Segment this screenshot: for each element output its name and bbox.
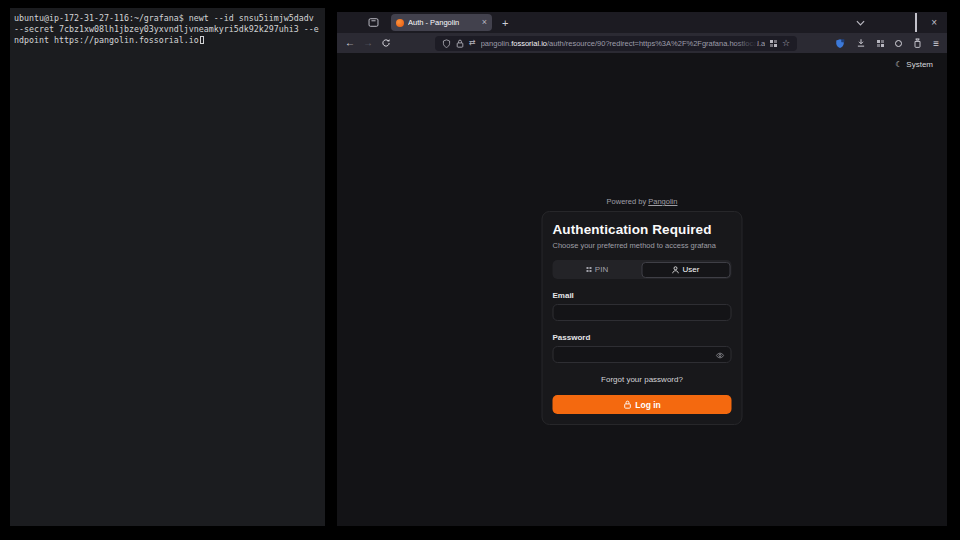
show-password-button[interactable] <box>716 351 725 360</box>
terminal-line: ndpoint https://pangolin.fossorial.io <box>14 35 321 46</box>
tab-title: Auth - Pangolin <box>408 18 478 27</box>
pangolin-favicon-icon <box>396 19 404 27</box>
chevron-down-icon <box>856 20 865 26</box>
lock-icon <box>456 39 464 48</box>
browser-tab-bar: Auth - Pangolin × + × <box>337 12 947 33</box>
email-label: Email <box>553 291 732 300</box>
password-manager-shield-icon <box>835 38 845 49</box>
email-input[interactable] <box>553 304 732 321</box>
extensions-grid-button[interactable] <box>877 40 884 47</box>
card-subtitle: Choose your preferred method to access g… <box>553 241 732 250</box>
tab-close-icon[interactable]: × <box>482 18 487 27</box>
containers-icon[interactable] <box>770 40 777 47</box>
terminal-line: ubuntu@ip-172-31-27-116:~/grafana$ newt … <box>14 13 321 24</box>
pin-keypad-icon <box>587 267 592 272</box>
url-text: pangolin.fossorial.io/auth/resource/90?r… <box>481 39 765 48</box>
terminal-cursor <box>200 36 204 44</box>
tab-pin[interactable]: PIN <box>554 262 641 278</box>
terminal-line: --secret 7cbz1xw08lh1jbzey03yxvndljvneam… <box>14 24 321 35</box>
login-lock-icon <box>623 400 631 409</box>
firefox-view-button[interactable] <box>363 15 383 30</box>
maximize-button[interactable] <box>915 14 917 32</box>
password-input[interactable] <box>553 346 732 363</box>
password-manager-extension-button[interactable] <box>835 38 845 49</box>
auth-card: Authentication Required Choose your pref… <box>542 211 743 425</box>
theme-label: System <box>906 60 933 69</box>
moon-icon: ☾ <box>895 60 902 69</box>
browser-tab-auth-pangolin[interactable]: Auth - Pangolin × <box>391 14 492 31</box>
forgot-password-link[interactable]: Forgot your password? <box>553 375 732 384</box>
tracking-protection-shield-icon <box>442 39 451 48</box>
forward-button[interactable]: → <box>363 38 373 48</box>
close-window-button[interactable]: × <box>931 18 937 28</box>
url-fade <box>735 36 757 51</box>
bookmark-star-icon[interactable]: ☆ <box>782 39 790 48</box>
jar-extension-icon <box>913 38 922 48</box>
download-icon <box>856 38 866 48</box>
back-button[interactable]: ← <box>345 38 355 48</box>
menu-button[interactable]: ≡ <box>933 38 939 49</box>
list-all-tabs-button[interactable] <box>856 20 865 26</box>
maximize-icon <box>915 13 917 32</box>
card-title: Authentication Required <box>553 222 732 237</box>
browser-toolbar: ← → ⇄ pangolin.fossorial.io/auth/resourc… <box>337 33 947 53</box>
window-controls: × <box>856 14 937 32</box>
terminal-window[interactable]: ubuntu@ip-172-31-27-116:~/grafana$ newt … <box>10 8 325 526</box>
reload-button[interactable] <box>381 38 391 48</box>
eye-icon <box>716 351 725 360</box>
login-button[interactable]: Log in <box>553 395 732 414</box>
jar-extension-button[interactable] <box>913 38 922 48</box>
circle-extension-button[interactable] <box>895 40 902 47</box>
tab-user[interactable]: User <box>641 262 730 278</box>
toolbar-extensions: ≡ <box>835 38 939 49</box>
auth-method-tabs: PIN User <box>553 260 732 279</box>
theme-selector[interactable]: ☾ System <box>895 60 933 69</box>
new-tab-button[interactable]: + <box>502 17 508 29</box>
pangolin-link[interactable]: Pangolin <box>648 197 677 206</box>
powered-by: Powered by Pangolin <box>337 197 947 206</box>
browser-window: Auth - Pangolin × + × ← → <box>337 12 947 526</box>
firefox-view-icon <box>368 17 379 28</box>
url-bar[interactable]: ⇄ pangolin.fossorial.io/auth/resource/90… <box>435 36 797 51</box>
password-label: Password <box>553 333 732 342</box>
exchange-arrows-icon: ⇄ <box>469 39 476 47</box>
user-icon <box>672 266 680 274</box>
reload-icon <box>381 38 391 48</box>
downloads-button[interactable] <box>856 38 866 48</box>
page-content: ☾ System Powered by Pangolin Authenticat… <box>337 53 947 526</box>
